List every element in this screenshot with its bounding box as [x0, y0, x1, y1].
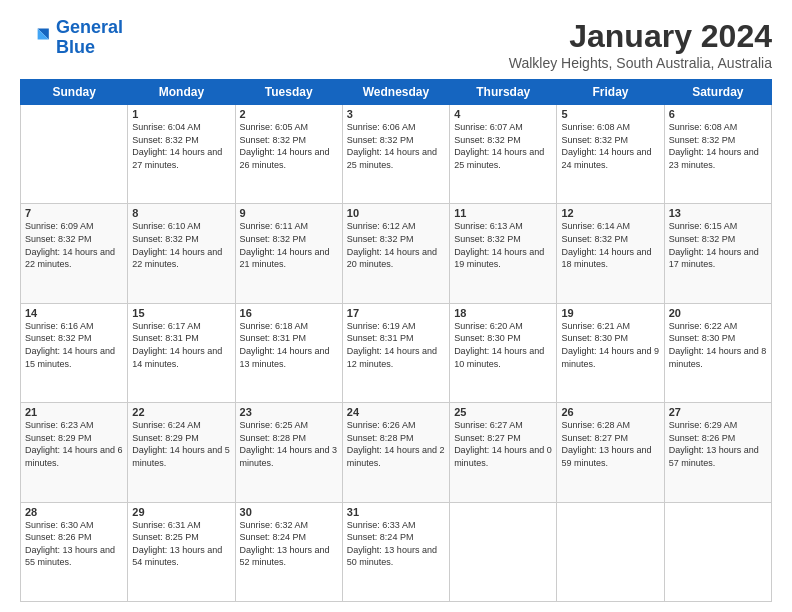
- calendar-cell: 23Sunrise: 6:25 AMSunset: 8:28 PMDayligh…: [235, 403, 342, 502]
- day-info: Sunrise: 6:08 AMSunset: 8:32 PMDaylight:…: [561, 121, 659, 171]
- day-number: 22: [132, 406, 230, 418]
- day-info: Sunrise: 6:25 AMSunset: 8:28 PMDaylight:…: [240, 419, 338, 469]
- calendar-cell: 20Sunrise: 6:22 AMSunset: 8:30 PMDayligh…: [664, 303, 771, 402]
- day-header-monday: Monday: [128, 80, 235, 105]
- day-number: 9: [240, 207, 338, 219]
- calendar-cell: 31Sunrise: 6:33 AMSunset: 8:24 PMDayligh…: [342, 502, 449, 601]
- day-info: Sunrise: 6:32 AMSunset: 8:24 PMDaylight:…: [240, 519, 338, 569]
- main-title: January 2024: [509, 18, 772, 55]
- day-info: Sunrise: 6:26 AMSunset: 8:28 PMDaylight:…: [347, 419, 445, 469]
- calendar-cell: 28Sunrise: 6:30 AMSunset: 8:26 PMDayligh…: [21, 502, 128, 601]
- day-number: 29: [132, 506, 230, 518]
- calendar-cell: 21Sunrise: 6:23 AMSunset: 8:29 PMDayligh…: [21, 403, 128, 502]
- calendar-cell: 6Sunrise: 6:08 AMSunset: 8:32 PMDaylight…: [664, 105, 771, 204]
- day-number: 15: [132, 307, 230, 319]
- day-number: 31: [347, 506, 445, 518]
- calendar-cell: 30Sunrise: 6:32 AMSunset: 8:24 PMDayligh…: [235, 502, 342, 601]
- day-info: Sunrise: 6:10 AMSunset: 8:32 PMDaylight:…: [132, 220, 230, 270]
- day-number: 14: [25, 307, 123, 319]
- calendar-cell: 10Sunrise: 6:12 AMSunset: 8:32 PMDayligh…: [342, 204, 449, 303]
- day-header-saturday: Saturday: [664, 80, 771, 105]
- title-block: January 2024 Walkley Heights, South Aust…: [509, 18, 772, 71]
- calendar-week-2: 7Sunrise: 6:09 AMSunset: 8:32 PMDaylight…: [21, 204, 772, 303]
- day-info: Sunrise: 6:04 AMSunset: 8:32 PMDaylight:…: [132, 121, 230, 171]
- calendar-cell: [21, 105, 128, 204]
- calendar-cell: 26Sunrise: 6:28 AMSunset: 8:27 PMDayligh…: [557, 403, 664, 502]
- calendar-cell: 25Sunrise: 6:27 AMSunset: 8:27 PMDayligh…: [450, 403, 557, 502]
- calendar-cell: 8Sunrise: 6:10 AMSunset: 8:32 PMDaylight…: [128, 204, 235, 303]
- calendar-cell: 4Sunrise: 6:07 AMSunset: 8:32 PMDaylight…: [450, 105, 557, 204]
- calendar-cell: 12Sunrise: 6:14 AMSunset: 8:32 PMDayligh…: [557, 204, 664, 303]
- day-number: 2: [240, 108, 338, 120]
- calendar-cell: 22Sunrise: 6:24 AMSunset: 8:29 PMDayligh…: [128, 403, 235, 502]
- day-info: Sunrise: 6:21 AMSunset: 8:30 PMDaylight:…: [561, 320, 659, 370]
- day-info: Sunrise: 6:05 AMSunset: 8:32 PMDaylight:…: [240, 121, 338, 171]
- day-header-thursday: Thursday: [450, 80, 557, 105]
- day-info: Sunrise: 6:11 AMSunset: 8:32 PMDaylight:…: [240, 220, 338, 270]
- calendar-cell: [557, 502, 664, 601]
- day-number: 18: [454, 307, 552, 319]
- day-number: 6: [669, 108, 767, 120]
- calendar-week-5: 28Sunrise: 6:30 AMSunset: 8:26 PMDayligh…: [21, 502, 772, 601]
- day-info: Sunrise: 6:20 AMSunset: 8:30 PMDaylight:…: [454, 320, 552, 370]
- logo-icon: [20, 22, 52, 54]
- calendar-cell: 3Sunrise: 6:06 AMSunset: 8:32 PMDaylight…: [342, 105, 449, 204]
- day-number: 27: [669, 406, 767, 418]
- day-number: 7: [25, 207, 123, 219]
- day-info: Sunrise: 6:09 AMSunset: 8:32 PMDaylight:…: [25, 220, 123, 270]
- day-number: 24: [347, 406, 445, 418]
- day-header-friday: Friday: [557, 80, 664, 105]
- day-info: Sunrise: 6:27 AMSunset: 8:27 PMDaylight:…: [454, 419, 552, 469]
- day-info: Sunrise: 6:29 AMSunset: 8:26 PMDaylight:…: [669, 419, 767, 469]
- page: General Blue January 2024 Walkley Height…: [0, 0, 792, 612]
- calendar-cell: 19Sunrise: 6:21 AMSunset: 8:30 PMDayligh…: [557, 303, 664, 402]
- calendar-header-row: SundayMondayTuesdayWednesdayThursdayFrid…: [21, 80, 772, 105]
- day-info: Sunrise: 6:15 AMSunset: 8:32 PMDaylight:…: [669, 220, 767, 270]
- logo: General Blue: [20, 18, 123, 58]
- day-number: 4: [454, 108, 552, 120]
- calendar-cell: 17Sunrise: 6:19 AMSunset: 8:31 PMDayligh…: [342, 303, 449, 402]
- day-number: 16: [240, 307, 338, 319]
- calendar-cell: 9Sunrise: 6:11 AMSunset: 8:32 PMDaylight…: [235, 204, 342, 303]
- day-header-sunday: Sunday: [21, 80, 128, 105]
- day-info: Sunrise: 6:13 AMSunset: 8:32 PMDaylight:…: [454, 220, 552, 270]
- calendar-cell: 29Sunrise: 6:31 AMSunset: 8:25 PMDayligh…: [128, 502, 235, 601]
- subtitle: Walkley Heights, South Australia, Austra…: [509, 55, 772, 71]
- day-number: 3: [347, 108, 445, 120]
- day-header-tuesday: Tuesday: [235, 80, 342, 105]
- calendar-cell: 1Sunrise: 6:04 AMSunset: 8:32 PMDaylight…: [128, 105, 235, 204]
- day-number: 13: [669, 207, 767, 219]
- calendar-cell: 14Sunrise: 6:16 AMSunset: 8:32 PMDayligh…: [21, 303, 128, 402]
- day-number: 20: [669, 307, 767, 319]
- day-info: Sunrise: 6:12 AMSunset: 8:32 PMDaylight:…: [347, 220, 445, 270]
- day-info: Sunrise: 6:08 AMSunset: 8:32 PMDaylight:…: [669, 121, 767, 171]
- day-number: 10: [347, 207, 445, 219]
- day-info: Sunrise: 6:19 AMSunset: 8:31 PMDaylight:…: [347, 320, 445, 370]
- day-info: Sunrise: 6:07 AMSunset: 8:32 PMDaylight:…: [454, 121, 552, 171]
- day-number: 17: [347, 307, 445, 319]
- day-number: 12: [561, 207, 659, 219]
- calendar-week-3: 14Sunrise: 6:16 AMSunset: 8:32 PMDayligh…: [21, 303, 772, 402]
- day-info: Sunrise: 6:24 AMSunset: 8:29 PMDaylight:…: [132, 419, 230, 469]
- calendar-cell: 16Sunrise: 6:18 AMSunset: 8:31 PMDayligh…: [235, 303, 342, 402]
- day-number: 8: [132, 207, 230, 219]
- calendar-cell: 5Sunrise: 6:08 AMSunset: 8:32 PMDaylight…: [557, 105, 664, 204]
- day-number: 26: [561, 406, 659, 418]
- day-info: Sunrise: 6:06 AMSunset: 8:32 PMDaylight:…: [347, 121, 445, 171]
- day-number: 19: [561, 307, 659, 319]
- day-number: 5: [561, 108, 659, 120]
- calendar-cell: 15Sunrise: 6:17 AMSunset: 8:31 PMDayligh…: [128, 303, 235, 402]
- day-info: Sunrise: 6:22 AMSunset: 8:30 PMDaylight:…: [669, 320, 767, 370]
- day-header-wednesday: Wednesday: [342, 80, 449, 105]
- day-number: 25: [454, 406, 552, 418]
- calendar-cell: 2Sunrise: 6:05 AMSunset: 8:32 PMDaylight…: [235, 105, 342, 204]
- calendar-week-1: 1Sunrise: 6:04 AMSunset: 8:32 PMDaylight…: [21, 105, 772, 204]
- logo-text: General Blue: [56, 18, 123, 58]
- calendar-cell: 18Sunrise: 6:20 AMSunset: 8:30 PMDayligh…: [450, 303, 557, 402]
- day-number: 30: [240, 506, 338, 518]
- day-info: Sunrise: 6:30 AMSunset: 8:26 PMDaylight:…: [25, 519, 123, 569]
- calendar-cell: [450, 502, 557, 601]
- day-info: Sunrise: 6:16 AMSunset: 8:32 PMDaylight:…: [25, 320, 123, 370]
- day-info: Sunrise: 6:14 AMSunset: 8:32 PMDaylight:…: [561, 220, 659, 270]
- header: General Blue January 2024 Walkley Height…: [20, 18, 772, 71]
